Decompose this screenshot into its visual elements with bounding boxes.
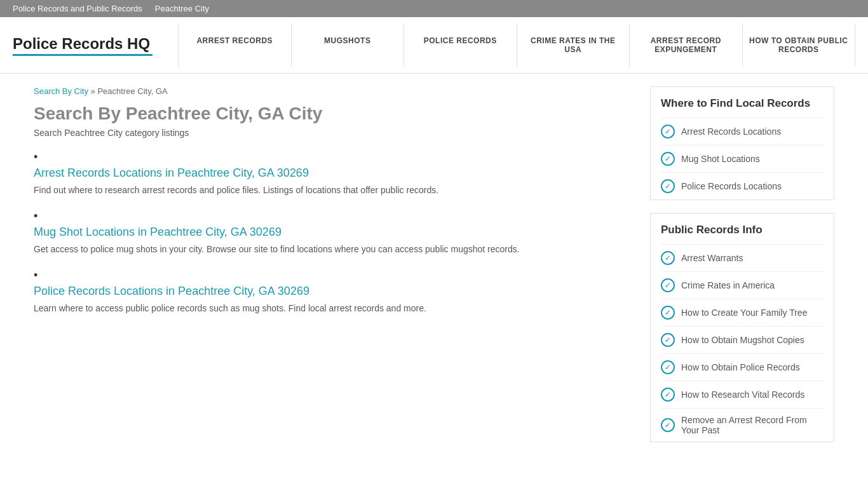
sidebar-link-crime-rates[interactable]: Crime Rates in America: [681, 280, 775, 290]
nav-expungement[interactable]: ARREST RECORD EXPUNGEMENT: [630, 24, 743, 67]
check-icon-9: ✓: [661, 388, 675, 402]
topbar-link-peachtree[interactable]: Peachtree City: [155, 4, 209, 13]
check-icon-5: ✓: [661, 278, 675, 292]
sidebar-info-police-records: ✓ How to Obtain Police Records: [661, 353, 824, 381]
check-icon-6: ✓: [661, 306, 675, 320]
main-container: Search By City » Peachtree City, GA Sear…: [21, 74, 847, 468]
sidebar-link-arrest-records-locations[interactable]: Arrest Records Locations: [681, 126, 781, 137]
sidebar-link-arrest-warrants[interactable]: Arrest Warrants: [681, 253, 743, 263]
section-heading-2[interactable]: Mug Shot Locations in Peachtree City, GA…: [34, 226, 631, 239]
top-bar: Police Records and Public Records Peacht…: [0, 0, 868, 17]
page-subtitle: Search Peachtree City category listings: [34, 128, 631, 138]
check-icon-10: ✓: [661, 418, 675, 432]
header: Police Records HQ ARREST RECORDS MUGSHOT…: [0, 17, 868, 74]
topbar-link-police-records[interactable]: Police Records and Public Records: [13, 4, 142, 13]
breadcrumb-current: Peachtree City, GA: [97, 86, 167, 96]
section-mugshots: • Mug Shot Locations in Peachtree City, …: [34, 210, 631, 256]
breadcrumb: Search By City » Peachtree City, GA: [34, 86, 631, 96]
section-desc-3: Learn where to access public police reco…: [34, 302, 631, 315]
sidebar-link-family-tree[interactable]: How to Create Your Family Tree: [681, 308, 807, 318]
section-heading-1[interactable]: Arrest Records Locations in Peachtree Ci…: [34, 166, 631, 180]
sidebar-link-remove-arrest[interactable]: Remove an Arrest Record From Your Past: [681, 415, 824, 435]
breadcrumb-separator: »: [91, 86, 98, 96]
check-icon-3: ✓: [661, 179, 675, 193]
breadcrumb-parent[interactable]: Search By City: [34, 86, 88, 96]
sidebar-link-mug-shot-locations[interactable]: Mug Shot Locations: [681, 154, 760, 164]
nav-obtain-records[interactable]: HOW TO OBTAIN PUBLIC RECORDS: [743, 24, 856, 67]
nav-mugshots[interactable]: MUGSHOTS: [292, 24, 405, 67]
bullet-2: •: [34, 210, 631, 223]
sidebar-info-remove-arrest: ✓ Remove an Arrest Record From Your Past: [661, 408, 824, 442]
nav-crime-rates[interactable]: CRIME RATES IN THE USA: [517, 24, 630, 67]
section-arrest-records: • Arrest Records Locations in Peachtree …: [34, 151, 631, 197]
section-heading-3[interactable]: Police Records Locations in Peachtree Ci…: [34, 285, 631, 298]
check-icon-1: ✓: [661, 125, 675, 139]
sidebar-info-mugshot-copies: ✓ How to Obtain Mugshot Copies: [661, 326, 824, 353]
content-area: Search By City » Peachtree City, GA Sear…: [34, 86, 631, 455]
sidebar-local-police-records: ✓ Police Records Locations: [661, 172, 824, 200]
check-icon-7: ✓: [661, 333, 675, 347]
sidebar-link-obtain-police-records[interactable]: How to Obtain Police Records: [681, 362, 800, 372]
site-logo[interactable]: Police Records HQ: [13, 35, 153, 56]
nav-arrest-records[interactable]: ARREST RECORDS: [178, 24, 292, 67]
sidebar-public-records-title: Public Records Info: [661, 224, 824, 236]
page-title: Search By Peachtree City, GA City: [34, 104, 631, 124]
bullet-1: •: [34, 151, 631, 164]
sidebar-public-records-box: Public Records Info ✓ Arrest Warrants ✓ …: [650, 213, 834, 442]
check-icon-2: ✓: [661, 152, 675, 166]
sidebar-local-mugshots: ✓ Mug Shot Locations: [661, 145, 824, 172]
sidebar-link-mugshot-copies[interactable]: How to Obtain Mugshot Copies: [681, 335, 804, 345]
sidebar: Where to Find Local Records ✓ Arrest Rec…: [650, 86, 834, 455]
sidebar-local-arrest-records: ✓ Arrest Records Locations: [661, 118, 824, 145]
section-desc-1: Find out where to research arrest record…: [34, 184, 631, 197]
sidebar-link-vital-records[interactable]: How to Research Vital Records: [681, 390, 804, 400]
sidebar-link-police-records-locations[interactable]: Police Records Locations: [681, 181, 782, 191]
sidebar-local-records-title: Where to Find Local Records: [661, 97, 824, 110]
sidebar-info-family-tree: ✓ How to Create Your Family Tree: [661, 299, 824, 326]
sidebar-local-records-box: Where to Find Local Records ✓ Arrest Rec…: [650, 86, 834, 200]
sidebar-info-crime-rates: ✓ Crime Rates in America: [661, 271, 824, 299]
nav-police-records[interactable]: POLICE RECORDS: [404, 24, 517, 67]
main-nav: ARREST RECORDS MUGSHOTS POLICE RECORDS C…: [178, 24, 855, 67]
bullet-3: •: [34, 269, 631, 282]
section-desc-2: Get access to police mug shots in your c…: [34, 243, 631, 256]
check-icon-8: ✓: [661, 360, 675, 374]
sidebar-info-vital-records: ✓ How to Research Vital Records: [661, 381, 824, 408]
check-icon-4: ✓: [661, 251, 675, 265]
section-police-records: • Police Records Locations in Peachtree …: [34, 269, 631, 315]
sidebar-info-arrest-warrants: ✓ Arrest Warrants: [661, 244, 824, 271]
